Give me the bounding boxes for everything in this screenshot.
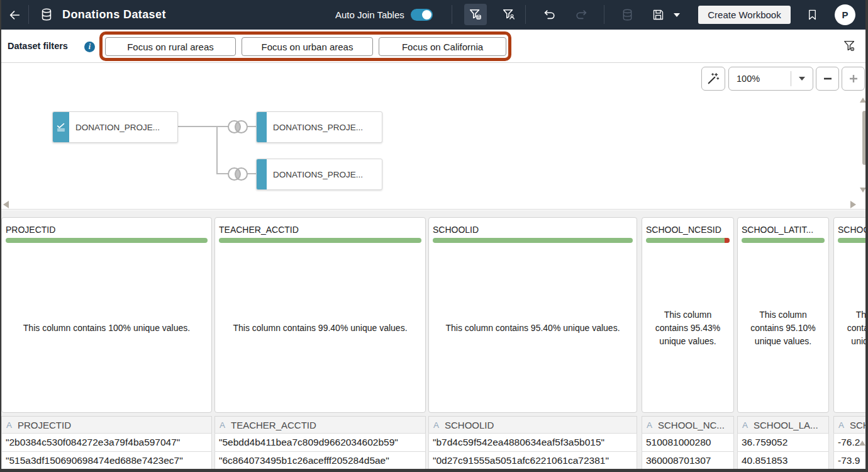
column-quality-card[interactable]: SCHOOLIDThis column contains 95.40% uniq… bbox=[428, 217, 637, 413]
column-header-cell[interactable]: ATEACHER_ACCTID bbox=[214, 416, 426, 433]
quality-bar bbox=[838, 238, 868, 243]
preview-column-panel: TEACHER_ACCTIDThis column contains 99.40… bbox=[214, 217, 426, 469]
preview-column-panel: PROJECTIDThis column contains 100% uniqu… bbox=[1, 217, 212, 469]
annotation-highlight-box bbox=[99, 31, 511, 61]
column-quality-card[interactable]: PROJECTIDThis column contains 100% uniqu… bbox=[1, 217, 212, 413]
preview-scroll-up-arrow[interactable] bbox=[859, 441, 865, 446]
preview-column-panel: SCHOOL_LATIT...This column contains 95.1… bbox=[737, 217, 829, 469]
column-header-cell[interactable]: ASCHOOL_NC... bbox=[642, 416, 734, 433]
hscroll-right-arrow[interactable] bbox=[850, 201, 856, 208]
join-icon[interactable] bbox=[226, 118, 250, 135]
auto-join-label: Auto Join Tables bbox=[335, 0, 404, 30]
dataset-filters-label: Dataset filters bbox=[8, 41, 68, 51]
unique-values-text: This column contains 95.40% unique value… bbox=[434, 322, 632, 335]
auto-layout-button[interactable] bbox=[701, 67, 725, 91]
column-quality-card[interactable]: SCHOOL_NCESIDThis column contains 95.43%… bbox=[642, 217, 734, 413]
bookmark-icon bbox=[806, 9, 818, 21]
data-cell: 510081000280 bbox=[642, 433, 734, 451]
data-preview-section: PROJECTIDThis column contains 100% uniqu… bbox=[0, 210, 868, 472]
text-type-icon: A bbox=[433, 420, 439, 430]
quality-bar-red-tip bbox=[725, 238, 730, 243]
window-border-bottom bbox=[0, 469, 868, 472]
data-cell: "2b0384c530f084272e3a79f4ba597047" bbox=[1, 433, 212, 451]
top-bar: Donations Dataset Auto Join Tables Creat… bbox=[0, 0, 868, 30]
column-header-cell[interactable]: ASCH bbox=[833, 416, 868, 433]
window-border-right bbox=[865, 0, 868, 472]
data-button[interactable] bbox=[616, 4, 638, 25]
zoom-caret-icon bbox=[799, 77, 805, 81]
redo-icon bbox=[575, 8, 589, 21]
column-header-cell[interactable]: ASCHOOL_LA... bbox=[737, 416, 829, 433]
quality-bar bbox=[742, 238, 825, 243]
text-type-icon: A bbox=[742, 420, 748, 430]
column-title: PROJECTID bbox=[6, 225, 55, 235]
save-icon bbox=[652, 8, 665, 21]
data-cell: 36.759052 bbox=[737, 433, 829, 451]
quality-bar bbox=[646, 238, 730, 243]
text-type-icon: A bbox=[220, 420, 225, 430]
column-title: SCHOOLID bbox=[433, 225, 479, 235]
unique-values-text: This column contains 95.10% unique value… bbox=[839, 308, 868, 348]
data-cell: "5ebdd4b411bea7c809d9662034602b59" bbox=[214, 433, 426, 451]
column-header-cell[interactable]: APROJECTID bbox=[1, 416, 212, 433]
table-node-label: DONATION_PROJE... bbox=[69, 123, 160, 132]
column-title: SCHOO bbox=[838, 225, 868, 235]
avatar[interactable]: P bbox=[835, 4, 855, 25]
column-title: SCHOOL_NCESID bbox=[646, 225, 721, 235]
quality-bar bbox=[6, 238, 208, 243]
filter-data-icon bbox=[469, 8, 482, 21]
unique-values-text: This column contains 95.10% unique value… bbox=[743, 308, 823, 348]
dataset-icon bbox=[40, 8, 53, 21]
data-cell: 360008701307 bbox=[642, 451, 734, 469]
column-title: TEACHER_ACCTID bbox=[219, 225, 299, 235]
dataset-filter-bar: Dataset filters i Focus on rural areas F… bbox=[0, 30, 868, 63]
column-header-label: SCHOOLID bbox=[445, 420, 494, 430]
column-header-label: TEACHER_ACCTID bbox=[231, 420, 316, 430]
bookmark-button[interactable] bbox=[801, 4, 823, 25]
undo-icon bbox=[542, 8, 556, 21]
minus-icon bbox=[822, 73, 833, 84]
filter-user-icon bbox=[502, 8, 516, 21]
zoom-level-select[interactable]: 100% bbox=[728, 67, 813, 91]
table-node-joined-2[interactable]: DONATIONS_PROJE... bbox=[256, 159, 382, 190]
info-icon[interactable]: i bbox=[84, 42, 95, 52]
save-menu-caret[interactable] bbox=[674, 13, 680, 17]
hscroll-left-arrow[interactable] bbox=[3, 201, 9, 208]
window-border-left bbox=[0, 0, 1, 472]
data-cell: "515a3df150690698474ed688e7423ec7" bbox=[1, 451, 212, 469]
dataset-filters-button[interactable] bbox=[464, 4, 487, 25]
table-node-label: DONATIONS_PROJE... bbox=[267, 170, 363, 179]
unique-values-text: This column contains 99.40% unique value… bbox=[220, 322, 420, 335]
page-title: Donations Dataset bbox=[62, 0, 166, 30]
data-cell: "b7d4c59f542ea4880634eaf5f3a5b015" bbox=[428, 433, 637, 451]
column-title: SCHOOL_LATIT... bbox=[742, 225, 813, 235]
prepared-table-icon bbox=[55, 121, 67, 133]
zoom-level-value: 100% bbox=[729, 74, 791, 84]
auto-join-toggle[interactable] bbox=[411, 9, 433, 21]
column-quality-card[interactable]: SCHOOL_LATIT...This column contains 95.1… bbox=[737, 217, 829, 413]
create-workbook-button[interactable]: Create Workbook bbox=[698, 6, 791, 24]
column-header-cell[interactable]: ASCHOOLID bbox=[428, 416, 637, 433]
filter-settings-button[interactable] bbox=[843, 39, 857, 55]
zoom-in-button[interactable] bbox=[842, 67, 865, 91]
quality-bar bbox=[433, 238, 633, 243]
preview-column-panel: SCHOOThis column contains 95.10% unique … bbox=[833, 217, 868, 469]
save-button[interactable] bbox=[647, 4, 669, 25]
join-diagram-canvas: 100% DONATION_PROJE... DONATION bbox=[0, 63, 868, 210]
zoom-out-button[interactable] bbox=[816, 67, 839, 91]
magic-wand-icon bbox=[706, 72, 720, 86]
undo-button[interactable] bbox=[538, 4, 560, 25]
join-icon[interactable] bbox=[226, 166, 250, 183]
redo-button[interactable] bbox=[570, 4, 593, 25]
back-button[interactable] bbox=[0, 0, 28, 30]
data-cell: "6c864073495b1c26acefff205284d5ae" bbox=[214, 451, 426, 469]
table-node-joined-1[interactable]: DONATIONS_PROJE... bbox=[256, 111, 382, 143]
table-node-root[interactable]: DONATION_PROJE... bbox=[52, 111, 178, 143]
column-quality-card[interactable]: TEACHER_ACCTIDThis column contains 99.40… bbox=[214, 217, 426, 413]
column-header-label: SCHOOL_NC... bbox=[658, 420, 725, 430]
column-header-label: SCHOOL_LA... bbox=[754, 420, 818, 430]
back-arrow-icon bbox=[8, 8, 21, 22]
plus-icon bbox=[848, 73, 859, 84]
session-filters-button[interactable] bbox=[498, 4, 520, 25]
column-quality-card[interactable]: SCHOOThis column contains 95.10% unique … bbox=[833, 217, 868, 413]
